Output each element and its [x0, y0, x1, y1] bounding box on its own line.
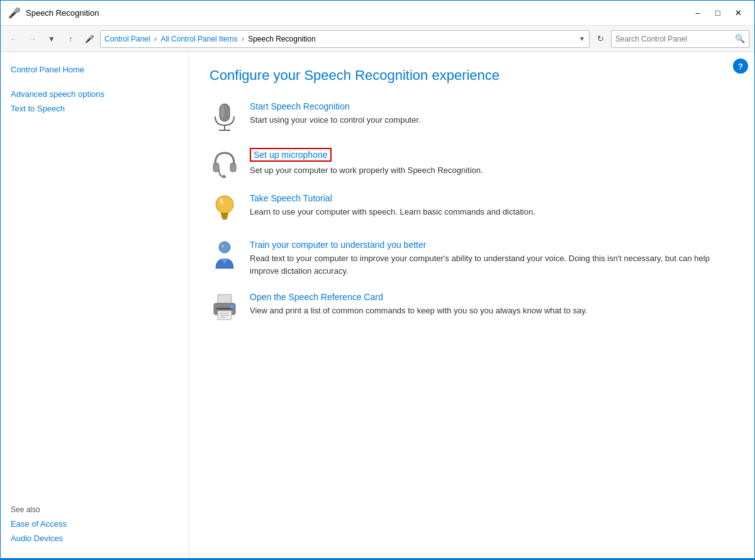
- search-input[interactable]: [615, 35, 732, 43]
- train-link[interactable]: Train your computer to understand you be…: [250, 240, 426, 250]
- forward-button[interactable]: →: [25, 31, 41, 47]
- title-bar: 🎤 Speech Recognition – □ ✕: [1, 1, 754, 26]
- tutorial-link[interactable]: Take Speech Tutorial: [250, 193, 332, 203]
- item-start-speech-content: Start Speech Recognition Start using you…: [250, 101, 734, 126]
- svg-rect-8: [221, 213, 228, 215]
- item-reference-card: Open the Speech Reference Card View and …: [210, 292, 734, 321]
- page-title: Configure your Speech Recognition experi…: [210, 67, 734, 84]
- sidebar-item-control-panel-home[interactable]: Control Panel Home: [11, 65, 179, 74]
- reference-card-link[interactable]: Open the Speech Reference Card: [250, 292, 383, 302]
- search-box: 🔍: [611, 30, 749, 48]
- window-title: Speech Recognition: [26, 8, 689, 18]
- dropdown-button[interactable]: ▼: [43, 31, 60, 47]
- svg-rect-5: [230, 163, 236, 172]
- address-chevron[interactable]: ▼: [579, 35, 585, 42]
- train-desc: Read text to your computer to improve yo…: [250, 252, 734, 277]
- item-setup-mic-content: Set up microphone Set up your computer t…: [250, 148, 734, 177]
- sidebar-spacer: [11, 118, 179, 498]
- sidebar-settings-section: Advanced speech options Text to Speech: [11, 89, 179, 118]
- close-button[interactable]: ✕: [729, 6, 747, 20]
- breadcrumb-part1: Control Panel: [104, 35, 150, 43]
- refresh-button[interactable]: ↻: [592, 31, 608, 47]
- headset-icon: [210, 149, 240, 178]
- app-icon: 🎤: [8, 7, 21, 19]
- item-train-content: Train your computer to understand you be…: [250, 240, 734, 277]
- printer-svg: [211, 293, 238, 321]
- item-setup-mic: Set up microphone Set up your computer t…: [210, 148, 734, 178]
- svg-rect-9: [221, 215, 228, 218]
- lightbulb-svg: [213, 194, 236, 225]
- svg-rect-10: [222, 218, 227, 220]
- svg-rect-3: [221, 105, 224, 118]
- address-field[interactable]: Control Panel › All Control Panel Items …: [100, 30, 590, 48]
- sidebar: Control Panel Home Advanced speech optio…: [1, 52, 189, 560]
- tutorial-desc: Learn to use your computer with speech. …: [250, 206, 734, 218]
- content-area: ? Configure your Speech Recognition expe…: [189, 52, 754, 560]
- up-button[interactable]: ↑: [62, 31, 79, 47]
- breadcrumb-part3: Speech Recognition: [248, 35, 315, 43]
- address-bar: ← → ▼ ↑ 🎤 Control Panel › All Control Pa…: [1, 26, 754, 52]
- search-button[interactable]: 🔍: [735, 34, 745, 43]
- printer-icon: [210, 293, 240, 321]
- breadcrumb-part2: All Control Panel Items: [160, 35, 237, 43]
- sidebar-item-advanced-speech[interactable]: Advanced speech options: [11, 89, 179, 99]
- breadcrumb: Control Panel › All Control Panel Items …: [104, 35, 576, 43]
- svg-point-13: [221, 245, 224, 247]
- window-controls: – □ ✕: [689, 6, 747, 20]
- microphone-svg: [213, 103, 237, 133]
- see-also-section: See also Ease of Access Audio Devices: [11, 503, 179, 548]
- reference-card-desc: View and print a list of common commands…: [250, 305, 734, 317]
- maximize-button[interactable]: □: [709, 6, 727, 20]
- item-train: Train your computer to understand you be…: [210, 240, 734, 277]
- help-button[interactable]: ?: [733, 59, 748, 74]
- person-icon: [210, 241, 240, 271]
- item-tutorial: Take Speech Tutorial Learn to use your c…: [210, 193, 734, 225]
- svg-point-21: [230, 305, 233, 308]
- start-speech-link[interactable]: Start Speech Recognition: [250, 101, 350, 111]
- svg-point-7: [216, 196, 233, 213]
- minimize-button[interactable]: –: [689, 6, 707, 20]
- back-button[interactable]: ←: [6, 31, 22, 47]
- sidebar-item-text-to-speech[interactable]: Text to Speech: [11, 104, 179, 113]
- setup-mic-desc: Set up your computer to work properly wi…: [250, 164, 734, 177]
- item-reference-content: Open the Speech Reference Card View and …: [250, 292, 734, 317]
- see-also-heading: See also: [11, 505, 179, 514]
- mic-icon: [210, 103, 240, 133]
- item-start-speech: Start Speech Recognition Start using you…: [210, 101, 734, 133]
- svg-point-12: [219, 242, 230, 253]
- person-svg: [212, 241, 237, 271]
- headset-svg: [211, 149, 238, 178]
- main-container: Control Panel Home Advanced speech optio…: [1, 52, 754, 560]
- item-tutorial-content: Take Speech Tutorial Learn to use your c…: [250, 193, 734, 218]
- mic-nav-button[interactable]: 🎤: [81, 31, 98, 47]
- bulb-icon: [210, 194, 240, 225]
- svg-point-6: [222, 175, 226, 178]
- svg-rect-4: [213, 163, 219, 172]
- sidebar-item-ease-of-access[interactable]: Ease of Access: [11, 519, 179, 529]
- sidebar-item-audio-devices[interactable]: Audio Devices: [11, 534, 179, 543]
- start-speech-desc: Start using your voice to control your c…: [250, 114, 734, 126]
- setup-mic-link[interactable]: Set up microphone: [250, 148, 332, 162]
